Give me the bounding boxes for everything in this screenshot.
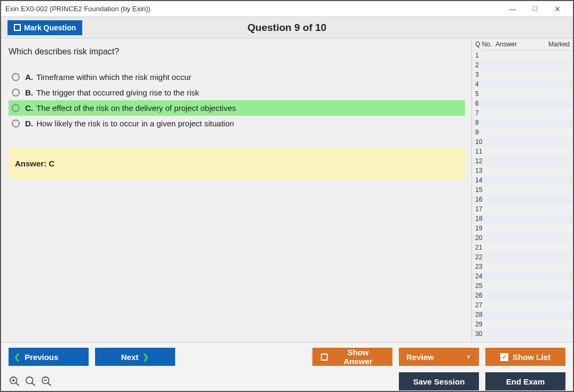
previous-label: Previous [25, 353, 58, 362]
question-counter: Question 9 of 10 [1, 22, 573, 34]
choice-a[interactable]: A. Timeframe within which the risk might… [9, 69, 465, 85]
show-list-label: Show List [513, 353, 551, 362]
minimize-icon[interactable]: — [501, 5, 524, 13]
chevron-right-icon: ❯ [143, 353, 149, 361]
show-answer-button[interactable]: Show Answer [312, 348, 392, 366]
list-item[interactable]: 20 [472, 233, 573, 243]
list-item[interactable]: 8 [472, 118, 573, 127]
zoom-in-icon[interactable] [25, 375, 36, 387]
list-item[interactable]: 22 [472, 252, 573, 262]
col-answer: Answer [496, 41, 545, 48]
choice-d[interactable]: D. How likely the risk is to occur in a … [9, 116, 465, 131]
mark-question-label: Mark Question [24, 23, 76, 32]
list-item[interactable]: 1 [472, 51, 573, 60]
checkbox-icon [321, 354, 328, 361]
maximize-icon[interactable]: ☐ [524, 5, 546, 12]
zoom-out-icon[interactable] [41, 375, 52, 387]
question-list-panel: Q No. Answer Marked 12345678910111213141… [471, 38, 573, 342]
top-bar: Mark Question Question 9 of 10 [1, 17, 573, 38]
title-bar: Exin EX0-002 (PRINCE2 Foundation (by Exi… [1, 1, 573, 17]
col-marked: Marked [545, 41, 570, 48]
svg-line-7 [48, 383, 51, 386]
list-item[interactable]: 25 [472, 281, 573, 291]
bottom-bar: ❮ Previous Next ❯ Show Answer Review ▼ ✓… [1, 342, 573, 391]
list-item[interactable]: 3 [472, 70, 573, 79]
list-item[interactable]: 26 [472, 291, 573, 300]
list-item[interactable]: 28 [472, 310, 573, 319]
list-item[interactable]: 19 [472, 223, 573, 233]
checkbox-icon [14, 24, 21, 31]
answer-box: Answer: C [9, 147, 465, 180]
list-item[interactable]: 13 [472, 166, 573, 175]
list-item[interactable]: 12 [472, 156, 573, 166]
list-item[interactable]: 21 [472, 243, 573, 252]
radio-icon [12, 73, 20, 81]
show-answer-label: Show Answer [332, 348, 384, 366]
choice-text: D. How likely the risk is to occur in a … [25, 119, 234, 128]
choice-text: C. The effect of the risk on the deliver… [25, 103, 236, 113]
window-title: Exin EX0-002 (PRINCE2 Foundation (by Exi… [5, 5, 151, 13]
col-qno: Q No. [475, 41, 496, 48]
list-item[interactable]: 17 [472, 204, 573, 214]
list-item[interactable]: 30 [472, 329, 573, 339]
radio-icon [12, 119, 20, 127]
next-button[interactable]: Next ❯ [95, 348, 175, 366]
list-item[interactable]: 9 [472, 127, 573, 137]
question-text: Which describes risk impact? [9, 47, 465, 57]
list-item[interactable]: 7 [472, 108, 573, 118]
list-item[interactable]: 16 [472, 195, 573, 204]
list-item[interactable]: 29 [472, 319, 573, 329]
svg-line-1 [16, 383, 19, 386]
show-list-button[interactable]: ✓ Show List [485, 348, 565, 366]
list-header: Q No. Answer Marked [472, 38, 573, 51]
previous-button[interactable]: ❮ Previous [9, 348, 89, 366]
question-panel: Which describes risk impact? A. Timefram… [1, 38, 471, 342]
list-item[interactable]: 24 [472, 271, 573, 281]
radio-icon [12, 89, 20, 97]
list-item[interactable]: 15 [472, 185, 573, 195]
list-item[interactable]: 10 [472, 137, 573, 147]
zoom-controls [9, 375, 52, 387]
list-item[interactable]: 11 [472, 147, 573, 156]
list-item[interactable]: 18 [472, 214, 573, 223]
svg-point-4 [26, 377, 33, 384]
chevron-down-icon: ▼ [466, 354, 471, 360]
save-session-label: Save Session [413, 377, 465, 386]
checkbox-checked-icon: ✓ [500, 353, 508, 361]
mark-question-button[interactable]: Mark Question [7, 20, 82, 35]
radio-icon [12, 104, 20, 112]
choice-text: A. Timeframe within which the risk might… [25, 73, 191, 82]
end-exam-label: End Exam [506, 377, 545, 386]
review-label: Review [406, 353, 434, 362]
next-label: Next [121, 353, 139, 362]
list-item[interactable]: 2 [472, 60, 573, 70]
list-item[interactable]: 6 [472, 99, 573, 108]
review-button[interactable]: Review ▼ [399, 348, 479, 366]
list-item[interactable]: 27 [472, 300, 573, 310]
end-exam-button[interactable]: End Exam [485, 372, 565, 390]
zoom-reset-icon[interactable] [9, 375, 20, 387]
list-item[interactable]: 14 [472, 175, 573, 185]
svg-line-5 [32, 383, 35, 386]
chevron-left-icon: ❮ [14, 353, 20, 361]
question-list[interactable]: 1234567891011121314151617181920212223242… [472, 51, 573, 342]
choice-text: B. The trigger that occurred giving rise… [25, 88, 199, 97]
list-item[interactable]: 5 [472, 89, 573, 99]
choice-c[interactable]: C. The effect of the risk on the deliver… [9, 100, 465, 116]
close-icon[interactable]: ✕ [546, 5, 569, 13]
save-session-button[interactable]: Save Session [399, 372, 479, 390]
list-item[interactable]: 4 [472, 79, 573, 89]
choice-b[interactable]: B. The trigger that occurred giving rise… [9, 85, 465, 100]
list-item[interactable]: 23 [472, 262, 573, 271]
